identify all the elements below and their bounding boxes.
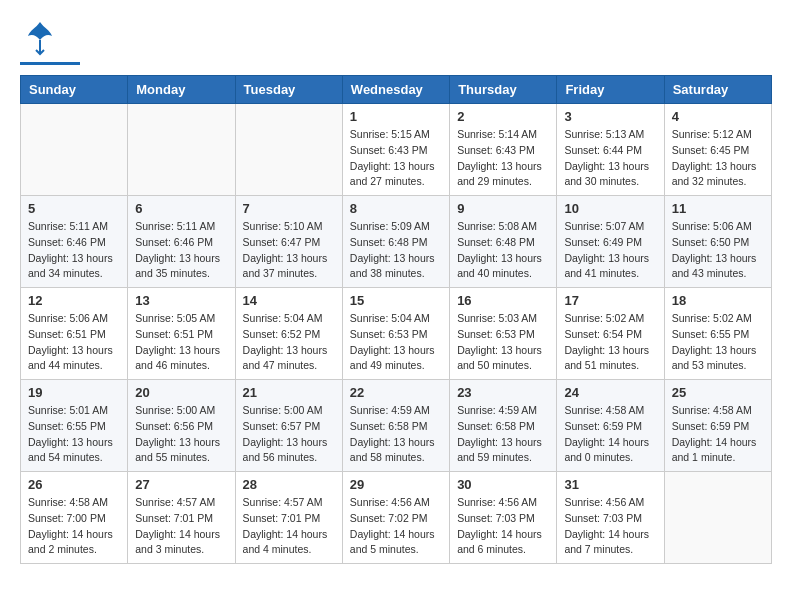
day-number: 3 [564, 109, 656, 124]
page-header [20, 20, 772, 65]
day-number: 27 [135, 477, 227, 492]
day-number: 6 [135, 201, 227, 216]
day-number: 12 [28, 293, 120, 308]
day-detail: Sunrise: 4:56 AM Sunset: 7:03 PM Dayligh… [457, 495, 549, 558]
calendar-cell: 2Sunrise: 5:14 AM Sunset: 6:43 PM Daylig… [450, 104, 557, 196]
calendar-cell: 1Sunrise: 5:15 AM Sunset: 6:43 PM Daylig… [342, 104, 449, 196]
logo-underline [20, 62, 80, 65]
logo [20, 20, 80, 65]
day-detail: Sunrise: 5:02 AM Sunset: 6:54 PM Dayligh… [564, 311, 656, 374]
day-number: 11 [672, 201, 764, 216]
day-number: 15 [350, 293, 442, 308]
calendar-cell: 27Sunrise: 4:57 AM Sunset: 7:01 PM Dayli… [128, 472, 235, 564]
day-detail: Sunrise: 5:12 AM Sunset: 6:45 PM Dayligh… [672, 127, 764, 190]
day-detail: Sunrise: 4:58 AM Sunset: 6:59 PM Dayligh… [672, 403, 764, 466]
day-number: 30 [457, 477, 549, 492]
calendar-cell [128, 104, 235, 196]
calendar-week-5: 26Sunrise: 4:58 AM Sunset: 7:00 PM Dayli… [21, 472, 772, 564]
calendar-cell: 13Sunrise: 5:05 AM Sunset: 6:51 PM Dayli… [128, 288, 235, 380]
day-number: 4 [672, 109, 764, 124]
calendar-cell: 24Sunrise: 4:58 AM Sunset: 6:59 PM Dayli… [557, 380, 664, 472]
weekday-header-tuesday: Tuesday [235, 76, 342, 104]
calendar-cell: 31Sunrise: 4:56 AM Sunset: 7:03 PM Dayli… [557, 472, 664, 564]
day-detail: Sunrise: 5:11 AM Sunset: 6:46 PM Dayligh… [135, 219, 227, 282]
weekday-header-saturday: Saturday [664, 76, 771, 104]
calendar-body: 1Sunrise: 5:15 AM Sunset: 6:43 PM Daylig… [21, 104, 772, 564]
weekday-header-thursday: Thursday [450, 76, 557, 104]
weekday-header-wednesday: Wednesday [342, 76, 449, 104]
day-detail: Sunrise: 4:57 AM Sunset: 7:01 PM Dayligh… [243, 495, 335, 558]
day-detail: Sunrise: 4:57 AM Sunset: 7:01 PM Dayligh… [135, 495, 227, 558]
calendar-cell: 10Sunrise: 5:07 AM Sunset: 6:49 PM Dayli… [557, 196, 664, 288]
day-detail: Sunrise: 5:15 AM Sunset: 6:43 PM Dayligh… [350, 127, 442, 190]
day-number: 31 [564, 477, 656, 492]
calendar-cell: 29Sunrise: 4:56 AM Sunset: 7:02 PM Dayli… [342, 472, 449, 564]
day-number: 22 [350, 385, 442, 400]
day-detail: Sunrise: 4:56 AM Sunset: 7:02 PM Dayligh… [350, 495, 442, 558]
day-number: 16 [457, 293, 549, 308]
day-number: 21 [243, 385, 335, 400]
calendar-cell: 4Sunrise: 5:12 AM Sunset: 6:45 PM Daylig… [664, 104, 771, 196]
day-number: 17 [564, 293, 656, 308]
logo-bird-icon [26, 20, 54, 60]
calendar-cell [235, 104, 342, 196]
day-detail: Sunrise: 5:04 AM Sunset: 6:52 PM Dayligh… [243, 311, 335, 374]
day-number: 24 [564, 385, 656, 400]
calendar-week-3: 12Sunrise: 5:06 AM Sunset: 6:51 PM Dayli… [21, 288, 772, 380]
calendar-cell: 7Sunrise: 5:10 AM Sunset: 6:47 PM Daylig… [235, 196, 342, 288]
day-detail: Sunrise: 5:14 AM Sunset: 6:43 PM Dayligh… [457, 127, 549, 190]
calendar-cell: 16Sunrise: 5:03 AM Sunset: 6:53 PM Dayli… [450, 288, 557, 380]
calendar-cell: 5Sunrise: 5:11 AM Sunset: 6:46 PM Daylig… [21, 196, 128, 288]
day-detail: Sunrise: 4:58 AM Sunset: 7:00 PM Dayligh… [28, 495, 120, 558]
calendar-cell: 19Sunrise: 5:01 AM Sunset: 6:55 PM Dayli… [21, 380, 128, 472]
day-number: 2 [457, 109, 549, 124]
day-detail: Sunrise: 5:08 AM Sunset: 6:48 PM Dayligh… [457, 219, 549, 282]
weekday-header-friday: Friday [557, 76, 664, 104]
day-number: 14 [243, 293, 335, 308]
weekday-header-sunday: Sunday [21, 76, 128, 104]
calendar-cell: 9Sunrise: 5:08 AM Sunset: 6:48 PM Daylig… [450, 196, 557, 288]
calendar-table: SundayMondayTuesdayWednesdayThursdayFrid… [20, 75, 772, 564]
calendar-cell: 14Sunrise: 5:04 AM Sunset: 6:52 PM Dayli… [235, 288, 342, 380]
day-detail: Sunrise: 5:06 AM Sunset: 6:51 PM Dayligh… [28, 311, 120, 374]
day-number: 7 [243, 201, 335, 216]
day-number: 9 [457, 201, 549, 216]
calendar-cell: 22Sunrise: 4:59 AM Sunset: 6:58 PM Dayli… [342, 380, 449, 472]
day-detail: Sunrise: 4:58 AM Sunset: 6:59 PM Dayligh… [564, 403, 656, 466]
calendar-week-1: 1Sunrise: 5:15 AM Sunset: 6:43 PM Daylig… [21, 104, 772, 196]
day-detail: Sunrise: 5:00 AM Sunset: 6:56 PM Dayligh… [135, 403, 227, 466]
day-number: 18 [672, 293, 764, 308]
day-number: 29 [350, 477, 442, 492]
calendar-week-2: 5Sunrise: 5:11 AM Sunset: 6:46 PM Daylig… [21, 196, 772, 288]
day-number: 8 [350, 201, 442, 216]
weekday-header-monday: Monday [128, 76, 235, 104]
calendar-week-4: 19Sunrise: 5:01 AM Sunset: 6:55 PM Dayli… [21, 380, 772, 472]
day-number: 13 [135, 293, 227, 308]
day-number: 20 [135, 385, 227, 400]
calendar-cell: 21Sunrise: 5:00 AM Sunset: 6:57 PM Dayli… [235, 380, 342, 472]
day-number: 23 [457, 385, 549, 400]
calendar-cell: 26Sunrise: 4:58 AM Sunset: 7:00 PM Dayli… [21, 472, 128, 564]
calendar-cell: 28Sunrise: 4:57 AM Sunset: 7:01 PM Dayli… [235, 472, 342, 564]
calendar-cell: 12Sunrise: 5:06 AM Sunset: 6:51 PM Dayli… [21, 288, 128, 380]
day-detail: Sunrise: 5:03 AM Sunset: 6:53 PM Dayligh… [457, 311, 549, 374]
day-number: 19 [28, 385, 120, 400]
day-detail: Sunrise: 5:02 AM Sunset: 6:55 PM Dayligh… [672, 311, 764, 374]
calendar-cell: 17Sunrise: 5:02 AM Sunset: 6:54 PM Dayli… [557, 288, 664, 380]
calendar-cell: 30Sunrise: 4:56 AM Sunset: 7:03 PM Dayli… [450, 472, 557, 564]
day-detail: Sunrise: 5:05 AM Sunset: 6:51 PM Dayligh… [135, 311, 227, 374]
day-detail: Sunrise: 4:59 AM Sunset: 6:58 PM Dayligh… [457, 403, 549, 466]
calendar-cell: 3Sunrise: 5:13 AM Sunset: 6:44 PM Daylig… [557, 104, 664, 196]
day-detail: Sunrise: 4:56 AM Sunset: 7:03 PM Dayligh… [564, 495, 656, 558]
calendar-cell: 15Sunrise: 5:04 AM Sunset: 6:53 PM Dayli… [342, 288, 449, 380]
day-detail: Sunrise: 5:10 AM Sunset: 6:47 PM Dayligh… [243, 219, 335, 282]
day-number: 5 [28, 201, 120, 216]
calendar-cell: 6Sunrise: 5:11 AM Sunset: 6:46 PM Daylig… [128, 196, 235, 288]
day-number: 26 [28, 477, 120, 492]
day-detail: Sunrise: 4:59 AM Sunset: 6:58 PM Dayligh… [350, 403, 442, 466]
day-detail: Sunrise: 5:11 AM Sunset: 6:46 PM Dayligh… [28, 219, 120, 282]
calendar-cell: 18Sunrise: 5:02 AM Sunset: 6:55 PM Dayli… [664, 288, 771, 380]
day-number: 10 [564, 201, 656, 216]
day-detail: Sunrise: 5:09 AM Sunset: 6:48 PM Dayligh… [350, 219, 442, 282]
day-number: 28 [243, 477, 335, 492]
